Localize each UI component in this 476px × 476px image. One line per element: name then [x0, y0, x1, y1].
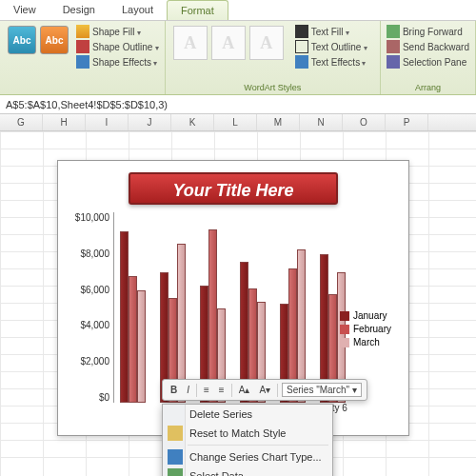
text-outline-button[interactable]: Text Outline — [295, 39, 367, 54]
align-center-icon[interactable]: ≡ — [216, 384, 228, 396]
text-outline-icon — [295, 40, 308, 53]
pencil-icon — [76, 40, 89, 53]
tab-design[interactable]: Design — [50, 0, 109, 20]
wordart-style-3[interactable]: A — [249, 26, 284, 60]
legend-swatch-icon — [340, 325, 349, 334]
column-headers: G H I J K L M N O P — [0, 114, 476, 131]
menu-change-chart-type[interactable]: Change Series Chart Type... — [163, 447, 332, 466]
mini-toolbar: B I ≡ ≡ A▴ A▾ Series "March" ▾ — [162, 379, 367, 401]
shape-style-blue[interactable]: Abc — [8, 26, 36, 54]
send-backward-icon — [387, 40, 400, 53]
chart-bar[interactable] — [208, 229, 217, 403]
legend-item[interactable]: January — [340, 310, 391, 321]
cells-area[interactable]: // gridlines drawn later after binding Y… — [0, 131, 476, 476]
selection-pane-button[interactable]: Selection Pane — [387, 54, 469, 69]
selection-pane-icon — [387, 55, 400, 69]
ribbon-tabs: View Design Layout Format — [0, 0, 476, 21]
col-header[interactable]: L — [214, 114, 257, 130]
separator — [196, 384, 197, 397]
menu-delete-series[interactable]: Delete Series — [163, 405, 332, 424]
col-header[interactable]: H — [43, 114, 86, 130]
text-fill-icon — [295, 25, 308, 38]
tab-view[interactable]: View — [0, 0, 50, 20]
bring-forward-button[interactable]: Bring Forward — [387, 24, 469, 39]
col-header[interactable]: N — [300, 114, 343, 130]
menu-select-data[interactable]: Select Data... — [163, 466, 332, 476]
chart-type-icon — [168, 449, 183, 465]
series-selector[interactable]: Series "March" ▾ — [282, 383, 362, 397]
col-header[interactable]: P — [386, 114, 428, 130]
send-backward-button[interactable]: Send Backward — [387, 39, 469, 54]
col-header[interactable]: G — [0, 114, 43, 130]
shape-style-orange[interactable]: Abc — [40, 26, 69, 54]
spreadsheet-grid: G H I J K L M N O P // gridlines drawn l… — [0, 114, 476, 476]
text-fill-button[interactable]: Text Fill — [295, 24, 367, 39]
bring-forward-icon — [387, 25, 400, 38]
tab-layout[interactable]: Layout — [109, 0, 167, 20]
paint-bucket-icon — [76, 25, 89, 38]
reset-icon — [168, 426, 183, 441]
italic-button[interactable]: I — [184, 384, 192, 396]
text-effects-icon — [295, 55, 308, 69]
formula-bar[interactable]: A$5:$A$10,Sheet4!$D$5:$D$10,3) — [0, 95, 476, 114]
font-increase-icon[interactable]: A▴ — [236, 384, 253, 396]
wordart-group-label: WordArt Styles — [166, 83, 380, 92]
select-data-icon — [168, 468, 183, 476]
chart-title[interactable]: Your Title Here — [129, 172, 338, 205]
legend-item[interactable]: February — [340, 324, 391, 334]
chart-plot-area[interactable]: $10,000 $8,000 $6,000 $4,000 $2,000 $0 J… — [66, 212, 401, 403]
wordart-style-2[interactable]: A — [211, 26, 246, 60]
col-header[interactable]: J — [129, 114, 171, 130]
legend-swatch-icon — [340, 338, 349, 347]
bold-button[interactable]: B — [168, 384, 180, 396]
context-menu: Delete Series Reset to Match Style Chang… — [162, 404, 333, 476]
arrange-group-label: Arrang — [381, 83, 475, 92]
shape-fill-button[interactable]: Shape Fill — [76, 24, 159, 39]
effects-icon — [76, 55, 89, 69]
legend-item[interactable]: March — [340, 337, 391, 347]
chart-bar[interactable] — [137, 290, 146, 403]
chart-bar[interactable] — [129, 276, 137, 403]
legend-swatch-icon — [340, 311, 349, 321]
col-header[interactable]: M — [257, 114, 300, 130]
wordart-style-1[interactable]: A — [173, 26, 208, 60]
shape-effects-button[interactable]: Shape Effects — [76, 54, 159, 69]
chart-bar[interactable] — [120, 231, 129, 404]
col-header[interactable]: I — [86, 114, 129, 130]
align-left-icon[interactable]: ≡ — [201, 384, 212, 396]
ribbon: Abc Abc Shape Fill Shape Outline Shape E… — [0, 21, 476, 95]
col-header[interactable]: O — [343, 114, 386, 130]
chart-y-axis: $10,000 $8,000 $6,000 $4,000 $2,000 $0 — [66, 212, 113, 403]
formula-text: A$5:$A$10,Sheet4!$D$5:$D$10,3) — [6, 99, 168, 110]
shape-outline-button[interactable]: Shape Outline — [76, 39, 159, 54]
col-header[interactable]: K — [171, 114, 214, 130]
chart-legend[interactable]: January February March — [340, 307, 391, 350]
tab-format[interactable]: Format — [167, 0, 228, 20]
text-effects-button[interactable]: Text Effects — [295, 54, 367, 69]
menu-reset-style[interactable]: Reset to Match Style — [163, 424, 332, 443]
font-decrease-icon[interactable]: A▾ — [256, 384, 273, 396]
separator — [188, 445, 328, 446]
separator — [231, 384, 232, 397]
separator — [277, 384, 278, 397]
